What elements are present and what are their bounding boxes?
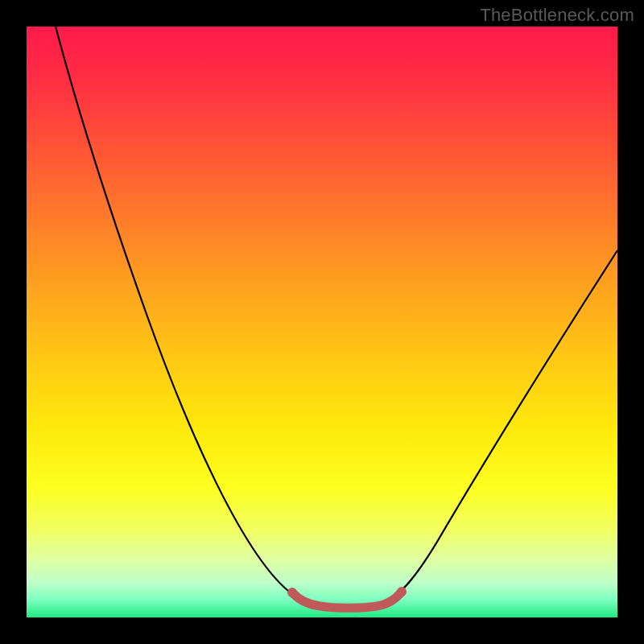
trough-end-dot xyxy=(397,587,407,597)
curve-layer xyxy=(27,27,617,617)
chart-frame: TheBottleneck.com xyxy=(0,0,644,644)
trough-start-dot xyxy=(287,588,297,597)
bottleneck-curve xyxy=(56,27,617,606)
plot-area xyxy=(27,27,617,617)
watermark-text: TheBottleneck.com xyxy=(480,5,634,26)
trough-highlight xyxy=(292,592,402,608)
